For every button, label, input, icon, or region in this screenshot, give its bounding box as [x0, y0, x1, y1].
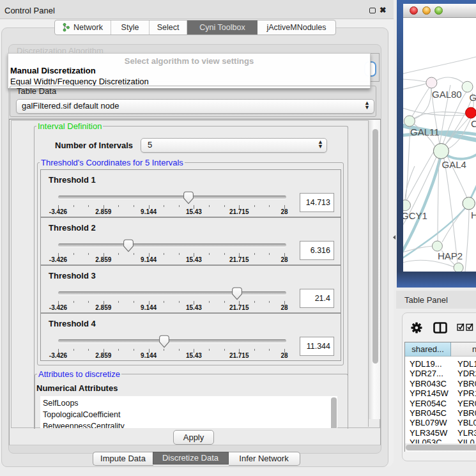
svg-text:H: H — [471, 210, 476, 220]
svg-text:C: C — [471, 118, 476, 129]
svg-text:GAL80: GAL80 — [432, 89, 462, 100]
svg-text:GAL4: GAL4 — [442, 159, 466, 170]
svg-text:G.: G. — [470, 92, 476, 103]
svg-text:HAP2: HAP2 — [438, 250, 463, 261]
svg-text:GAL11: GAL11 — [410, 127, 440, 137]
svg-text:GCY1: GCY1 — [403, 210, 427, 221]
